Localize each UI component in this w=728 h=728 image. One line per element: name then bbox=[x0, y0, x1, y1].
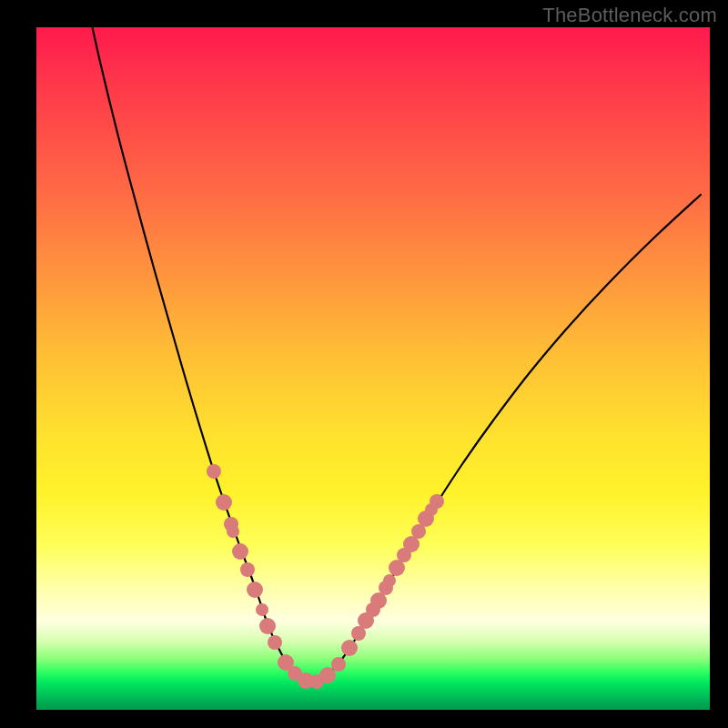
marker-dot bbox=[247, 581, 263, 598]
marker-dot bbox=[319, 667, 336, 683]
plot-area bbox=[36, 27, 710, 710]
chart-stage: TheBottleneck.com bbox=[0, 0, 728, 728]
marker-dot bbox=[216, 494, 232, 511]
watermark-text: TheBottleneck.com bbox=[542, 4, 717, 27]
marker-dot bbox=[240, 562, 255, 577]
curve-markers bbox=[207, 464, 444, 689]
marker-dot bbox=[259, 618, 276, 634]
curve-svg bbox=[36, 27, 710, 710]
marker-dot bbox=[207, 464, 221, 479]
marker-dot bbox=[383, 574, 396, 587]
marker-dot bbox=[232, 543, 248, 560]
marker-dot bbox=[430, 494, 444, 509]
marker-dot bbox=[341, 640, 358, 656]
marker-dot bbox=[331, 657, 346, 672]
marker-dot bbox=[227, 525, 239, 538]
marker-dot bbox=[256, 603, 268, 616]
marker-dot bbox=[268, 635, 282, 650]
